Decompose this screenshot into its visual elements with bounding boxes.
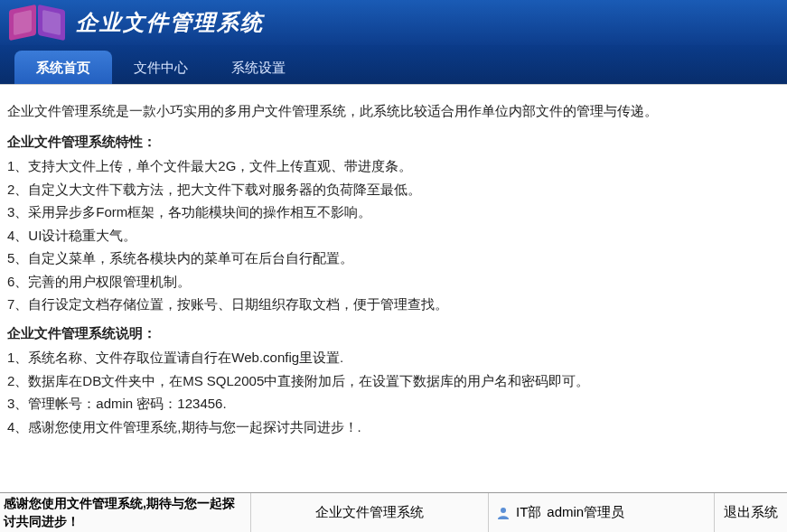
footer-system-name: 企业文件管理系统 bbox=[251, 493, 489, 532]
feature-item: 1、支持大文件上传，单个文件最大2G，文件上传直观、带进度条。 bbox=[7, 154, 780, 178]
feature-item: 2、自定义大文件下载方法，把大文件下载对服务器的负荷降至最低。 bbox=[7, 178, 780, 201]
main-content: 企业文件管理系统是一款小巧实用的多用户文件管理系统，此系统比较适合用作单位内部文… bbox=[0, 85, 787, 492]
footer-bar: 感谢您使用文件管理系统,期待与您一起探讨共同进步！ 企业文件管理系统 IT部 a… bbox=[0, 492, 787, 532]
note-item: 1、系统名称、文件存取位置请自行在Web.config里设置. bbox=[7, 346, 780, 369]
notes-title: 企业文件管理系统说明： bbox=[7, 322, 780, 345]
user-icon bbox=[496, 506, 511, 520]
logout-button[interactable]: 退出系统 bbox=[715, 493, 787, 532]
tab-home[interactable]: 系统首页 bbox=[14, 51, 112, 84]
tab-settings[interactable]: 系统设置 bbox=[210, 51, 307, 84]
feature-item: 4、UI设计稳重大气。 bbox=[7, 224, 780, 247]
feature-item: 6、完善的用户权限管理机制。 bbox=[7, 270, 780, 294]
nav-bar: 系统首页 文件中心 系统设置 bbox=[0, 45, 787, 85]
footer-user-info: IT部 admin管理员 bbox=[489, 493, 715, 532]
feature-item: 5、自定义菜单，系统各模块内的菜单可在后台自行配置。 bbox=[7, 247, 780, 270]
note-item: 4、感谢您使用文件管理系统,期待与您一起探讨共同进步！. bbox=[7, 415, 780, 439]
svg-point-0 bbox=[501, 508, 506, 513]
note-item: 3、管理帐号：admin 密码：123456. bbox=[7, 392, 780, 415]
user-dept: IT部 bbox=[516, 504, 541, 521]
logo-icon bbox=[9, 7, 65, 38]
feature-item: 3、采用异步多Form框架，各功能模块间的操作相互不影响。 bbox=[7, 201, 780, 224]
app-title: 企业文件管理系统 bbox=[76, 8, 264, 37]
intro-text: 企业文件管理系统是一款小巧实用的多用户文件管理系统，此系统比较适合用作单位内部文… bbox=[7, 99, 780, 123]
tab-file-center[interactable]: 文件中心 bbox=[112, 51, 210, 84]
footer-message: 感谢您使用文件管理系统,期待与您一起探讨共同进步！ bbox=[0, 493, 251, 532]
note-item: 2、数据库在DB文件夹中，在MS SQL2005中直接附加后，在设置下数据库的用… bbox=[7, 369, 780, 393]
user-name: admin管理员 bbox=[547, 504, 624, 521]
feature-item: 7、自行设定文档存储位置，按账号、日期组织存取文档，便于管理查找。 bbox=[7, 293, 780, 316]
logo-container: 企业文件管理系统 bbox=[9, 7, 264, 38]
features-title: 企业文件管理系统特性： bbox=[7, 130, 780, 154]
app-header: 企业文件管理系统 bbox=[0, 0, 787, 45]
